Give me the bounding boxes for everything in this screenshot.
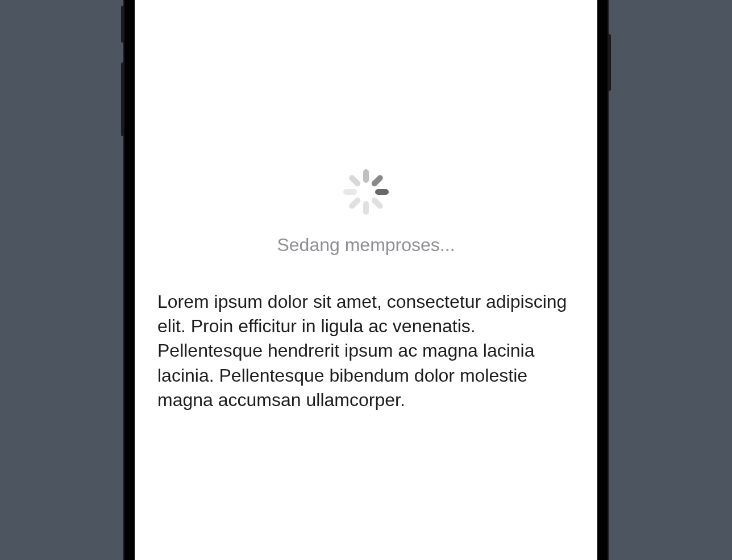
spinner-icon: [343, 169, 389, 215]
phone-device-frame: Sedang memproses... Lorem ipsum dolor si…: [124, 0, 608, 560]
phone-button-power: [608, 34, 611, 91]
phone-body: Sedang memproses... Lorem ipsum dolor si…: [124, 0, 608, 560]
content-area: Sedang memproses... Lorem ipsum dolor si…: [135, 0, 597, 435]
body-paragraph: Lorem ipsum dolor sit amet, consectetur …: [157, 290, 575, 412]
phone-screen: Sedang memproses... Lorem ipsum dolor si…: [135, 0, 597, 560]
loading-status-text: Sedang memproses...: [277, 235, 455, 256]
loading-indicator-container: Sedang memproses...: [277, 169, 455, 256]
